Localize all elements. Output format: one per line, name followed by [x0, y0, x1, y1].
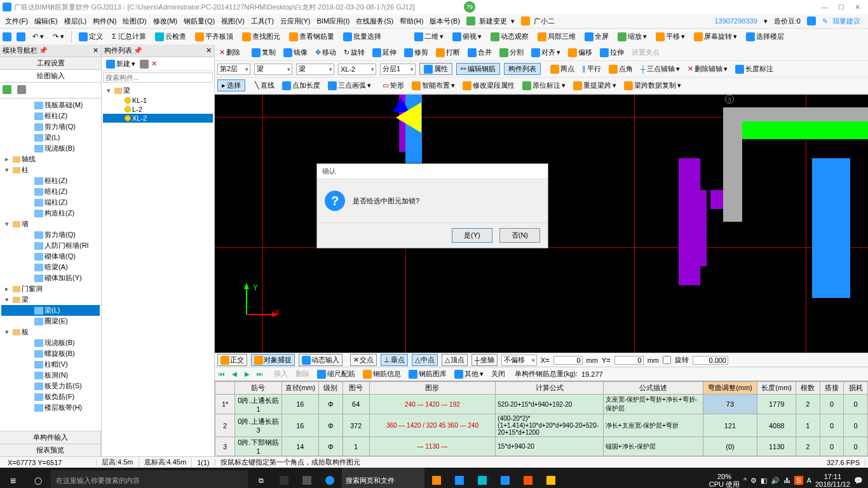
notification-icon[interactable]: 💬 — [854, 477, 863, 485]
draw-input-tab[interactable]: 绘图输入 — [0, 70, 101, 83]
trim-tool[interactable]: 修剪 — [402, 47, 430, 58]
task-view-icon[interactable]: ⧉ — [250, 468, 272, 488]
three-pt-aux[interactable]: ┼三点辅轴 ▾ — [639, 64, 682, 74]
axis-snap[interactable]: ┼坐轴 — [471, 354, 498, 366]
smart-layout-tool[interactable]: 智能布置 ▾ — [410, 80, 457, 91]
app-icon-3[interactable] — [426, 468, 447, 488]
two-point-aux[interactable]: 两点 — [548, 64, 576, 74]
col-header[interactable]: 级别 — [319, 382, 343, 395]
merge-tool[interactable]: 合并 — [466, 47, 494, 58]
table-cell[interactable]: 2 — [796, 437, 820, 456]
table-cell[interactable]: 2 — [215, 414, 235, 437]
vertex-snap[interactable]: △顶点 — [442, 354, 468, 366]
tree-item[interactable]: ▸轴线 — [1, 154, 100, 165]
close-panel-icon[interactable]: ✕ — [206, 46, 212, 55]
app-icon-8[interactable] — [540, 468, 562, 488]
arc3-tool[interactable]: 三点画弧 ▾ — [326, 80, 373, 91]
tree-item[interactable]: 板洞(N) — [1, 370, 100, 381]
col-header[interactable] — [215, 382, 235, 395]
col-header[interactable]: 公式描述 — [603, 382, 703, 395]
component-search-input[interactable] — [103, 72, 213, 83]
menu-view[interactable]: 视图(V) — [219, 17, 247, 26]
tree-item[interactable]: ▾板 — [1, 327, 100, 337]
rebar-table[interactable]: 筋号直径(mm)级别图号图形计算公式公式描述弯曲调整(mm)长度(mm)根数搭接… — [215, 381, 868, 456]
table-cell[interactable]: Φ — [319, 414, 343, 437]
table-cell[interactable]: 15*d+940-20 — [496, 437, 603, 456]
agent-button[interactable]: 广小二 — [519, 17, 560, 26]
tray-volume-icon[interactable]: 🔊 — [771, 477, 780, 485]
col-header[interactable]: 计算公式 — [496, 382, 603, 395]
menu-draw[interactable]: 绘图(D) — [120, 17, 149, 26]
rect-tool[interactable]: ▭矩形 — [381, 80, 406, 91]
stretch-tool[interactable]: 拉伸 — [598, 47, 626, 58]
table-cell[interactable]: 净长+支座宽-保护层+弯折 — [603, 414, 703, 437]
tree-item[interactable]: 楼层板带(H) — [1, 402, 100, 413]
single-component-tab[interactable]: 单构件输入 — [0, 431, 101, 444]
redo-button[interactable]: ↷ ▾ — [51, 32, 66, 41]
tree-item[interactable]: 砌体墙(Q) — [1, 251, 100, 262]
table-cell[interactable]: 73 — [703, 395, 757, 414]
app-icon-5[interactable] — [471, 468, 493, 488]
tray-icon-1[interactable]: ⚙ — [750, 477, 757, 485]
report-preview-tab[interactable]: 报表预览 — [0, 444, 101, 456]
tree-item[interactable]: KL-1 — [103, 96, 213, 105]
rebar-lib-button[interactable]: 钢筋图库 — [407, 369, 449, 379]
grip-tool[interactable]: 设置夹点 — [630, 47, 661, 58]
menu-version[interactable]: 版本号(B) — [427, 17, 463, 26]
tree-item[interactable]: 端柱(Z) — [1, 197, 100, 208]
delete-row-button[interactable]: 删除 — [294, 369, 311, 379]
snap-toggle[interactable]: 对象捕捉 — [251, 354, 295, 366]
tree-item[interactable]: 板受力筋(S) — [1, 381, 100, 391]
tree-item[interactable]: 柱帽(V) — [1, 359, 100, 370]
col-header[interactable]: 直径(mm) — [281, 382, 319, 395]
prev-icon[interactable]: ◀ — [230, 370, 239, 379]
table-cell[interactable]: 0 — [844, 395, 868, 414]
category-tree[interactable]: 筏板基础(M)框柱(Z)剪力墙(Q)梁(L)现浇板(B)▸轴线▾柱框柱(Z)暗柱… — [0, 98, 101, 431]
move-tool[interactable]: ✥移动 — [313, 47, 338, 58]
close-button[interactable]: ✕ — [850, 3, 865, 11]
phone-link[interactable]: 13907298339 — [712, 17, 759, 25]
scale-rebar-button[interactable]: 缩尺配筋 — [315, 369, 357, 379]
top-view-button[interactable]: 俯视 ▾ — [451, 31, 484, 42]
menu-bim[interactable]: BIM应用(I) — [315, 17, 353, 26]
menu-modify[interactable]: 修改(M) — [151, 17, 180, 26]
table-cell[interactable]: 16 — [281, 395, 319, 414]
first-icon[interactable]: ⏮ — [217, 370, 226, 379]
pin-icon[interactable]: 📌 — [133, 46, 142, 55]
edit-rebar-button[interactable]: ✏编辑钢筋 — [456, 63, 500, 75]
line-tool[interactable]: ╲ 直线 — [253, 80, 276, 91]
tree-item[interactable]: 剪力墙(Q) — [1, 229, 100, 240]
menu-component[interactable]: 构件(N) — [90, 17, 119, 26]
col-header[interactable]: 图号 — [342, 382, 369, 395]
x-input[interactable] — [553, 356, 583, 365]
align-tool[interactable]: 对齐 ▾ — [529, 47, 562, 58]
table-cell[interactable]: (0) — [703, 437, 757, 456]
extend-tool[interactable]: 延伸 — [370, 47, 398, 58]
tree-item[interactable]: ▾梁 — [1, 294, 100, 305]
tree-item[interactable]: ▸门窗洞 — [1, 283, 100, 294]
table-cell[interactable]: — 1130 — — [369, 437, 496, 456]
table-cell[interactable]: 64 — [342, 395, 369, 414]
table-cell[interactable]: 372 — [342, 414, 369, 437]
copy-icon[interactable] — [140, 60, 149, 69]
tree-item[interactable]: 剪力墙(Q) — [1, 121, 100, 132]
table-cell[interactable]: 4088 — [757, 414, 796, 437]
sum-calc-button[interactable]: Σ 汇总计算 — [110, 31, 148, 42]
tree-item[interactable]: 暗梁(A) — [1, 262, 100, 273]
tree-item[interactable]: 筏板基础(M) — [1, 100, 100, 111]
cross-snap[interactable]: ✕交点 — [350, 354, 377, 366]
find-element-button[interactable]: 查找图元 — [240, 31, 282, 42]
modify-span-tool[interactable]: 修改梁段属性 — [461, 80, 517, 91]
local-3d-button[interactable]: 局部三维 — [536, 31, 578, 42]
point-angle-aux[interactable]: 点角 — [607, 64, 635, 74]
table-cell[interactable]: (400-20*2)*(1+1.414)+10*d+20*d+940-20+52… — [496, 414, 603, 437]
comp-list-button[interactable]: 构件列表 — [504, 63, 541, 75]
reset-span-tool[interactable]: 重提梁跨 ▾ — [571, 80, 618, 91]
screen-rotate-button[interactable]: 屏幕旋转 ▾ — [692, 31, 739, 42]
ortho-toggle[interactable]: 正交 — [217, 354, 247, 366]
table-cell[interactable]: 121 — [703, 414, 757, 437]
next-icon[interactable]: ▶ — [243, 370, 252, 379]
copy-span-tool[interactable]: 梁跨数据复制 ▾ — [622, 80, 683, 91]
table-cell[interactable]: 240 — 1420 — 192 — [369, 395, 496, 414]
pin-icon[interactable]: 📌 — [39, 46, 48, 55]
